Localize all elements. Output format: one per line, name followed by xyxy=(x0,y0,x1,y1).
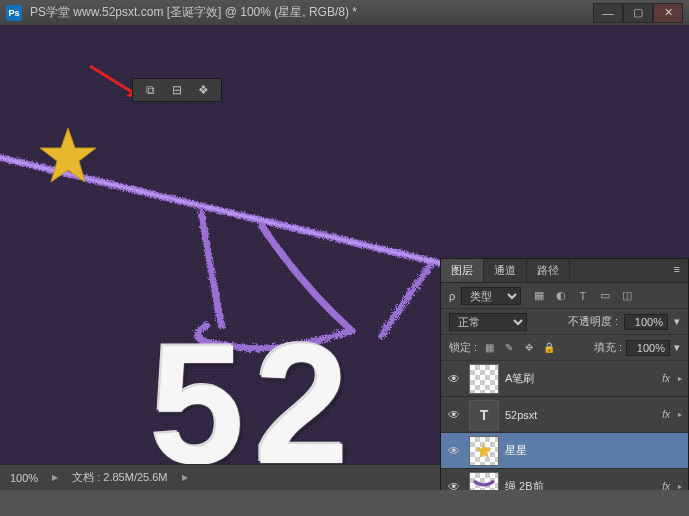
layer-item[interactable]: 👁 星星 xyxy=(441,433,688,469)
fill-chevron-icon[interactable]: ▾ xyxy=(674,341,680,354)
layer-name[interactable]: 星星 xyxy=(505,443,684,458)
lock-all-icon[interactable]: 🔒 xyxy=(541,340,557,356)
panel-menu-button[interactable]: ≡ xyxy=(666,259,688,282)
fill-value[interactable]: 100% xyxy=(626,340,670,356)
fx-collapse-icon[interactable]: ▸ xyxy=(678,410,682,419)
tab-channels[interactable]: 通道 xyxy=(484,259,527,282)
align-icon-2[interactable]: ⊟ xyxy=(168,81,186,99)
blend-mode-select[interactable]: 正常 xyxy=(449,313,527,331)
visibility-toggle-icon[interactable]: 👁 xyxy=(445,444,463,458)
layers-list: 👁 A笔刷 fx ▸ 👁 T 52psxt fx ▸ 👁 星星 xyxy=(441,361,688,490)
lock-transparency-icon[interactable]: ▦ xyxy=(481,340,497,356)
minimize-button[interactable]: — xyxy=(593,3,623,23)
opacity-value[interactable]: 100% xyxy=(624,314,668,330)
filter-shape-icon[interactable]: ▭ xyxy=(597,288,612,303)
maximize-button[interactable]: ▢ xyxy=(623,3,653,23)
window-title: PS学堂 www.52psxt.com [圣诞字效] @ 100% (星星, R… xyxy=(30,4,593,21)
layer-item[interactable]: 👁 A笔刷 fx ▸ xyxy=(441,361,688,397)
status-bar: 100% ▶ 文档 : 2.85M/25.6M ▶ xyxy=(0,464,440,490)
layer-name[interactable]: 绳 2B前 xyxy=(505,479,656,490)
svg-marker-3 xyxy=(476,442,492,457)
lock-move-icon[interactable]: ✥ xyxy=(521,340,537,356)
layer-name[interactable]: A笔刷 xyxy=(505,371,656,386)
layer-thumbnail[interactable] xyxy=(469,472,499,491)
lock-paint-icon[interactable]: ✎ xyxy=(501,340,517,356)
zoom-menu-icon[interactable]: ▶ xyxy=(52,473,58,482)
tab-paths[interactable]: 路径 xyxy=(527,259,570,282)
align-icon-3[interactable]: ❖ xyxy=(195,81,213,99)
fx-badge[interactable]: fx xyxy=(662,409,670,420)
fx-collapse-icon[interactable]: ▸ xyxy=(678,374,682,383)
app-icon: Ps xyxy=(6,5,22,21)
document-size: 文档 : 2.85M/25.6M xyxy=(72,470,167,485)
svg-marker-0 xyxy=(40,128,96,182)
layer-item[interactable]: 👁 绳 2B前 fx ▸ xyxy=(441,469,688,490)
filter-text-icon[interactable]: T xyxy=(575,288,590,303)
layer-thumbnail[interactable]: T xyxy=(469,400,499,430)
close-button[interactable]: ✕ xyxy=(653,3,683,23)
visibility-toggle-icon[interactable]: 👁 xyxy=(445,480,463,491)
star-icon xyxy=(475,442,493,460)
rope-icon xyxy=(472,475,496,491)
tab-layers[interactable]: 图层 xyxy=(441,259,484,282)
layer-item[interactable]: 👁 T 52psxt fx ▸ xyxy=(441,397,688,433)
fx-collapse-icon[interactable]: ▸ xyxy=(678,482,682,490)
filter-pixel-icon[interactable]: ▦ xyxy=(531,288,546,303)
zoom-level[interactable]: 100% xyxy=(10,472,38,484)
visibility-toggle-icon[interactable]: 👁 xyxy=(445,372,463,386)
align-icon-1[interactable]: ⧉ xyxy=(141,81,159,99)
filter-adjust-icon[interactable]: ◐ xyxy=(553,288,568,303)
filter-smart-icon[interactable]: ◫ xyxy=(619,288,634,303)
fill-label: 填充 : xyxy=(594,340,622,355)
opacity-chevron-icon[interactable]: ▾ xyxy=(674,315,680,328)
layer-filter-type[interactable]: 类型 xyxy=(461,287,521,305)
status-menu-icon[interactable]: ▶ xyxy=(182,473,188,482)
fx-badge[interactable]: fx xyxy=(662,373,670,384)
canvas-area[interactable]: ⧉ ⊟ ❖ 52 100% ▶ 文档 : 2.85M/25.6M ▶ 图层 通道… xyxy=(0,26,689,490)
filter-prefix-icon: ρ xyxy=(449,290,455,302)
opacity-label: 不透明度 : xyxy=(568,314,618,329)
layer-thumbnail[interactable] xyxy=(469,436,499,466)
layer-thumbnail[interactable] xyxy=(469,364,499,394)
star-shape[interactable] xyxy=(38,126,98,186)
layer-name[interactable]: 52psxt xyxy=(505,409,656,421)
canvas-text-52: 52 xyxy=(150,306,359,490)
alignment-toolbar[interactable]: ⧉ ⊟ ❖ xyxy=(132,78,222,102)
fx-badge[interactable]: fx xyxy=(662,481,670,490)
lock-label: 锁定 : xyxy=(449,340,477,355)
visibility-toggle-icon[interactable]: 👁 xyxy=(445,408,463,422)
layers-panel: 图层 通道 路径 ≡ ρ 类型 ▦ ◐ T ▭ ◫ 正常 不透明度 : 100%… xyxy=(440,258,689,490)
